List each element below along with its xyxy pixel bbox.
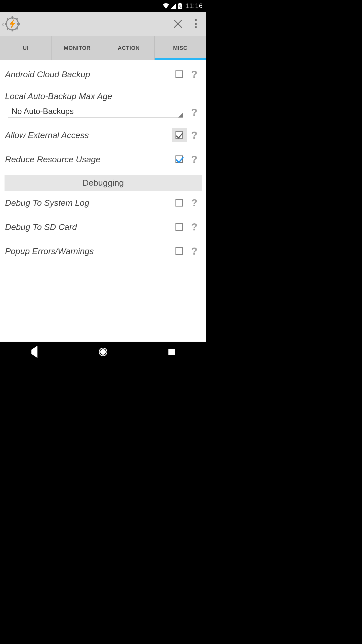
setting-local-auto-backup: No Auto-Backups ? [5,103,202,123]
help-icon: ? [191,154,197,165]
help-allow-external-access[interactable]: ? [187,130,202,141]
navigation-bar [0,342,206,362]
setting-label: Popup Errors/Warnings [5,246,172,256]
setting-label: Debug To System Log [5,198,172,208]
setting-reduce-resource-usage: Reduce Resource Usage ? [5,147,202,171]
help-debug-sd-card[interactable]: ? [187,221,202,233]
setting-label: Debug To SD Card [5,222,172,232]
setting-label: Android Cloud Backup [5,69,172,79]
close-icon [173,19,183,29]
setting-label: Reduce Resource Usage [5,154,172,164]
dropdown-auto-backup-age[interactable]: No Auto-Backups [8,105,183,118]
battery-icon: 71 [178,3,182,9]
section-header-debugging: Debugging [5,175,202,191]
checkbox-allow-external-access[interactable] [175,131,183,139]
help-icon: ? [191,246,197,257]
cell-signal-icon [171,3,176,9]
nav-recent-button[interactable] [159,344,184,359]
svg-rect-10 [7,27,9,30]
svg-rect-1 [179,3,181,4]
tab-misc[interactable]: MISC [155,36,206,60]
help-auto-backup-age[interactable]: ? [187,107,202,118]
svg-rect-9 [16,18,18,20]
svg-text:71: 71 [178,5,182,8]
setting-debug-sd-card: Debug To SD Card ? [5,215,202,239]
close-button[interactable] [169,15,187,33]
setting-debug-system-log: Debug To System Log ? [5,191,202,215]
help-reduce-resource-usage[interactable]: ? [187,154,202,165]
settings-content: Android Cloud Backup ? Local Auto-Backup… [0,60,206,342]
help-popup-errors-warnings[interactable]: ? [187,246,202,257]
nav-home-button[interactable] [90,344,116,359]
setting-android-cloud-backup: Android Cloud Backup ? [5,62,202,86]
svg-rect-6 [5,23,7,25]
overflow-menu-button[interactable] [187,15,204,33]
status-clock: 11:16 [185,2,203,10]
overflow-icon [195,19,197,28]
status-bar: 71 11:16 [0,0,206,12]
nav-back-icon [31,350,37,354]
nav-home-icon [99,348,107,356]
tab-ui[interactable]: UI [0,36,52,60]
setting-popup-errors-warnings: Popup Errors/Warnings ? [5,239,202,263]
help-icon: ? [191,130,197,141]
svg-rect-7 [17,23,20,25]
checkbox-debug-system-log[interactable] [175,199,183,207]
checkbox-reduce-resource-usage[interactable] [175,155,183,163]
tasker-logo-icon [5,16,20,31]
nav-recent-icon [168,349,175,355]
checkbox-popup-errors-warnings[interactable] [175,247,183,255]
svg-rect-5 [12,29,13,31]
wifi-icon [163,3,169,9]
help-icon: ? [191,107,197,118]
tab-action[interactable]: ACTION [103,36,155,60]
setting-local-auto-backup-label: Local Auto-Backup Max Age [5,86,202,103]
nav-back-button[interactable] [22,344,47,359]
help-debug-system-log[interactable]: ? [187,197,202,209]
setting-allow-external-access: Allow External Access ? [5,123,202,147]
svg-rect-8 [7,18,9,20]
tab-monitor[interactable]: MONITOR [52,36,103,60]
svg-rect-4 [12,16,13,19]
tab-bar: UI MONITOR ACTION MISC [0,36,206,60]
help-icon: ? [191,69,197,80]
back-button[interactable]: ‹ [2,16,20,31]
checkbox-android-cloud-backup[interactable] [175,70,183,78]
checkbox-debug-sd-card[interactable] [175,223,183,231]
help-icon: ? [191,221,197,233]
back-chevron-icon: ‹ [2,19,4,29]
setting-label: Allow External Access [5,130,172,140]
svg-rect-11 [16,27,18,30]
help-android-cloud-backup[interactable]: ? [187,69,202,80]
app-bar: ‹ [0,12,206,36]
help-icon: ? [191,197,197,209]
